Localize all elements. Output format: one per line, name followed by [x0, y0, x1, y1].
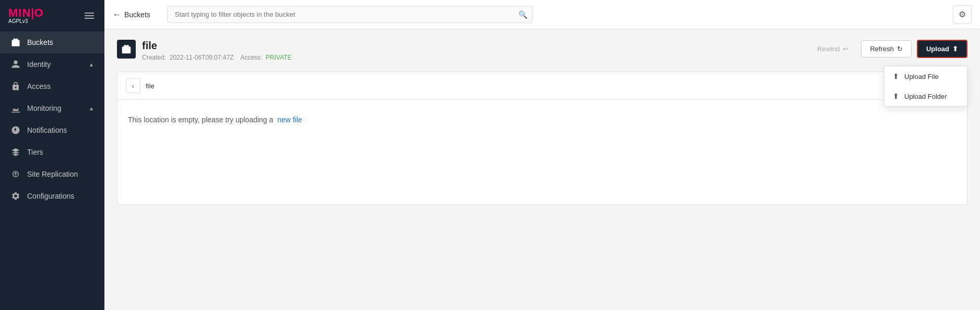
current-path: file [146, 82, 155, 90]
chevron-up-icon: ▲ [89, 62, 94, 67]
bucket-info: file Created: 2022-11-06T09:07:47Z Acces… [142, 40, 291, 61]
access-value: PRIVATE [266, 54, 292, 61]
search-bar: 🔍 [167, 6, 533, 23]
sidebar-nav: Buckets Identity ▲ Access Monitoring ▲ [0, 27, 104, 310]
hamburger-button[interactable] [82, 10, 96, 21]
content-area: file Created: 2022-11-06T09:07:47Z Acces… [104, 29, 980, 310]
back-to-buckets-link[interactable]: ← Buckets [113, 10, 150, 19]
sidebar-item-identity[interactable]: Identity ▲ [0, 53, 104, 75]
created-value: 2022-11-06T09:07:47Z [170, 54, 234, 61]
site-replication-icon [10, 169, 21, 179]
sidebar-item-label-configurations: Configurations [27, 192, 94, 200]
empty-message: This location is empty, please try uploa… [128, 116, 957, 124]
back-label: Buckets [124, 10, 150, 19]
access-icon [10, 81, 21, 91]
empty-message-prefix: This location is empty, please try uploa… [128, 116, 273, 124]
sidebar-item-tiers[interactable]: Tiers [0, 141, 104, 163]
upload-file-label: Upload File [904, 73, 939, 81]
sidebar-item-notifications[interactable]: Notifications [0, 119, 104, 141]
bucket-name: file [142, 40, 291, 52]
main-area: ← Buckets 🔍 ⚙ file Created: 2022-11-06T0… [104, 0, 980, 310]
empty-message-link: new file [277, 116, 302, 124]
logo: MIN|O AGPLv3 [8, 7, 44, 24]
file-browser-body: This location is empty, please try uploa… [117, 100, 967, 204]
chevron-down-icon: ▲ [89, 106, 94, 111]
bucket-type-icon [117, 40, 136, 59]
upload-file-option[interactable]: ⬆ Upload File [884, 66, 967, 86]
settings-button[interactable]: ⚙ [953, 5, 972, 24]
topbar-right: ⚙ [953, 5, 972, 24]
bucket-icon [10, 37, 21, 48]
rewind-icon: ↩ [843, 45, 848, 53]
sidebar-item-label-tiers: Tiers [27, 148, 94, 156]
logo-subtext: AGPLv3 [8, 19, 44, 24]
file-back-button[interactable]: ‹ [126, 78, 140, 93]
sidebar-item-access[interactable]: Access [0, 75, 104, 97]
sidebar-item-buckets[interactable]: Buckets [0, 31, 104, 53]
upload-button[interactable]: Upload ⬆ [917, 40, 967, 58]
rewind-label: Rewind [817, 45, 840, 53]
back-arrow-icon: ← [113, 10, 121, 19]
sidebar-item-monitoring[interactable]: Monitoring ▲ [0, 97, 104, 119]
configurations-icon [10, 191, 21, 201]
identity-icon [10, 59, 21, 70]
upload-folder-label: Upload Folder [904, 93, 947, 100]
refresh-icon: ↻ [897, 45, 903, 53]
upload-label: Upload [926, 45, 949, 53]
search-input[interactable] [167, 6, 533, 23]
upload-folder-option[interactable]: ⬆ Upload Folder [884, 86, 967, 106]
upload-folder-icon: ⬆ [893, 92, 899, 100]
sidebar-logo-area: MIN|O AGPLv3 [0, 0, 104, 27]
notifications-icon [10, 125, 21, 135]
refresh-label: Refresh [870, 45, 894, 53]
topbar: ← Buckets 🔍 ⚙ [104, 0, 980, 29]
sidebar-item-label-site-replication: Site Replication [27, 170, 94, 178]
bucket-actions: Rewind ↩ Refresh ↻ Upload ⬆ ⬆ Upload Fil… [810, 40, 967, 58]
created-label: Created: [142, 54, 166, 61]
refresh-button[interactable]: Refresh ↻ [861, 40, 912, 58]
monitoring-icon [10, 103, 21, 113]
new-file-link[interactable]: new file [277, 116, 302, 124]
sidebar-item-site-replication[interactable]: Site Replication [0, 163, 104, 185]
file-browser-header: ‹ file ⎘ ☰ [117, 72, 967, 100]
sidebar-item-label-access: Access [27, 82, 94, 90]
tiers-icon [10, 147, 21, 157]
upload-dropdown: ⬆ Upload File ⬆ Upload Folder [884, 66, 967, 107]
bucket-header: file Created: 2022-11-06T09:07:47Z Acces… [117, 40, 967, 61]
upload-icon: ⬆ [952, 45, 958, 53]
sidebar-item-label-identity: Identity [27, 60, 82, 68]
sidebar: MIN|O AGPLv3 Buckets Identity ▲ [0, 0, 104, 310]
rewind-button[interactable]: Rewind ↩ [810, 41, 856, 57]
sidebar-item-label-buckets: Buckets [27, 38, 94, 47]
sidebar-item-label-monitoring: Monitoring [27, 104, 82, 112]
sidebar-item-label-notifications: Notifications [27, 126, 94, 134]
search-icon: 🔍 [518, 10, 527, 19]
file-browser: ‹ file ⎘ ☰ This location is empty, pleas… [117, 72, 967, 205]
sidebar-item-configurations[interactable]: Configurations [0, 185, 104, 207]
bucket-meta: Created: 2022-11-06T09:07:47Z Access: PR… [142, 54, 291, 61]
upload-file-icon: ⬆ [893, 72, 899, 81]
access-label: Access: [240, 54, 262, 61]
logo-text: MIN|O AGPLv3 [8, 7, 44, 24]
